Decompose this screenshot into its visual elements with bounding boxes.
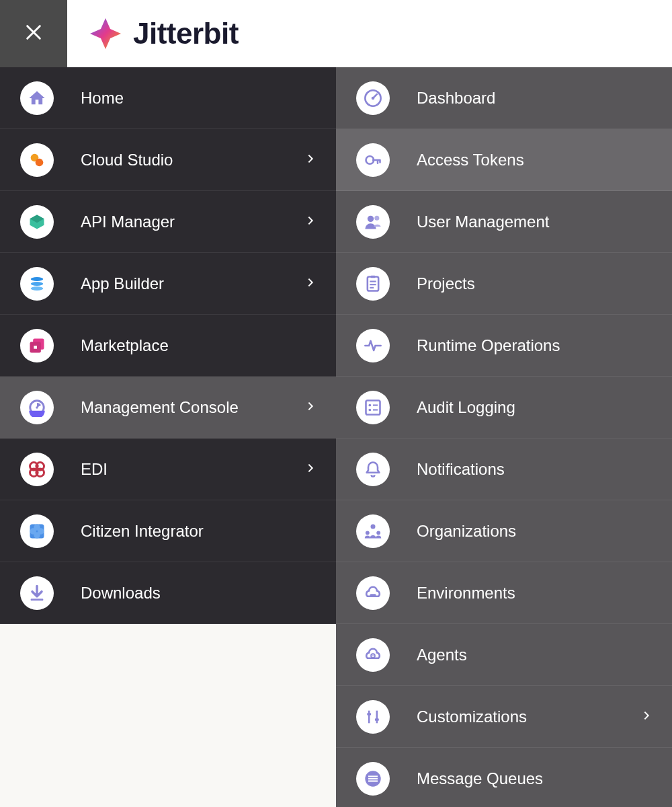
nav-label: Access Tokens [417, 151, 652, 169]
nav-label: Agents [417, 646, 652, 664]
brand-logo: Jitterbit [67, 0, 239, 67]
nav-label: Customizations [417, 707, 614, 726]
svg-rect-29 [366, 400, 380, 414]
svg-rect-37 [370, 594, 376, 597]
subnav-item-projects[interactable]: Projects [336, 253, 672, 315]
svg-point-34 [371, 524, 376, 529]
projects-icon [356, 267, 390, 301]
marketplace-icon [20, 329, 54, 362]
subnav-item-runtime-operations[interactable]: Runtime Operations [336, 315, 672, 377]
subnav-item-user-management[interactable]: User Management [336, 191, 672, 253]
svg-point-20 [372, 96, 375, 100]
brand-logo-icon [89, 17, 122, 50]
chevron-right-icon [305, 401, 316, 414]
message-queues-icon [356, 762, 390, 796]
environments-icon [356, 576, 390, 610]
nav-label: Notifications [417, 460, 652, 479]
nav-label: Projects [417, 274, 652, 293]
notifications-icon [356, 453, 390, 486]
svg-point-36 [376, 531, 380, 535]
primary-nav: Home Cloud Studio API Manager [0, 67, 336, 807]
svg-rect-43 [375, 718, 379, 721]
nav-item-citizen-integrator[interactable]: Citizen Integrator [0, 500, 336, 562]
nav-label: Runtime Operations [417, 336, 652, 355]
home-icon [20, 81, 54, 115]
svg-point-39 [372, 655, 374, 656]
audit-logging-icon [356, 391, 390, 424]
chevron-right-icon [305, 277, 316, 291]
nav-item-app-builder[interactable]: App Builder [0, 253, 336, 315]
nav-label: App Builder [81, 274, 278, 293]
nav-label: Cloud Studio [81, 151, 278, 169]
nav-item-downloads[interactable]: Downloads [0, 562, 336, 624]
nav-item-marketplace[interactable]: Marketplace [0, 315, 336, 377]
subnav-item-audit-logging[interactable]: Audit Logging [336, 377, 672, 438]
chevron-right-icon [641, 710, 652, 724]
nav-label: Audit Logging [417, 398, 652, 417]
secondary-nav: Dashboard Access Tokens User Managem [336, 67, 672, 807]
close-button[interactable] [0, 0, 67, 67]
brand-name: Jitterbit [133, 17, 239, 50]
edi-icon [20, 453, 54, 486]
header: Jitterbit [0, 0, 672, 67]
chevron-right-icon [305, 215, 316, 229]
svg-point-5 [31, 282, 44, 286]
customizations-icon [356, 700, 390, 734]
chevron-right-icon [305, 153, 316, 167]
organizations-icon [356, 514, 390, 548]
nav-item-api-manager[interactable]: API Manager [0, 191, 336, 253]
app-builder-icon [20, 267, 54, 301]
nav-label: User Management [417, 213, 652, 231]
access-tokens-icon [356, 143, 390, 177]
nav-label: Downloads [81, 584, 316, 603]
nav-label: Environments [417, 584, 652, 603]
nav-label: Home [81, 89, 316, 108]
nav-columns: Home Cloud Studio API Manager [0, 67, 672, 807]
api-manager-icon [20, 205, 54, 239]
subnav-item-notifications[interactable]: Notifications [336, 438, 672, 500]
downloads-icon [20, 576, 54, 610]
nav-label: Message Queues [417, 769, 652, 788]
svg-rect-25 [371, 275, 376, 278]
nav-label: Marketplace [81, 336, 316, 355]
subnav-item-agents[interactable]: Agents [336, 624, 672, 686]
svg-point-35 [366, 531, 370, 535]
svg-point-6 [31, 286, 44, 291]
svg-point-12 [36, 406, 38, 409]
svg-rect-42 [367, 713, 371, 716]
nav-item-edi[interactable]: EDI [0, 438, 336, 500]
svg-rect-18 [31, 599, 44, 601]
svg-point-4 [31, 277, 44, 281]
management-console-icon [20, 391, 54, 424]
nav-item-management-console[interactable]: Management Console [0, 377, 336, 438]
nav-label: Citizen Integrator [81, 522, 316, 541]
nav-label: EDI [81, 460, 278, 479]
svg-rect-24 [368, 276, 378, 291]
cloud-studio-icon [20, 143, 54, 177]
runtime-operations-icon [356, 329, 390, 362]
subnav-item-organizations[interactable]: Organizations [336, 500, 672, 562]
subnav-item-environments[interactable]: Environments [336, 562, 672, 624]
user-management-icon [356, 205, 390, 239]
agents-icon [356, 638, 390, 672]
subnav-item-message-queues[interactable]: Message Queues [336, 748, 672, 807]
nav-label: API Manager [81, 213, 278, 231]
subnav-item-customizations[interactable]: Customizations [336, 686, 672, 748]
nav-item-cloud-studio[interactable]: Cloud Studio [0, 129, 336, 191]
citizen-integrator-icon [20, 514, 54, 548]
svg-point-1 [36, 158, 44, 166]
subnav-item-access-tokens[interactable]: Access Tokens [336, 129, 672, 191]
svg-point-30 [368, 404, 371, 406]
nav-item-home[interactable]: Home [0, 67, 336, 129]
svg-point-23 [374, 215, 379, 220]
nav-label: Management Console [81, 398, 278, 417]
dashboard-icon [356, 81, 390, 115]
close-icon [24, 23, 43, 44]
subnav-item-dashboard[interactable]: Dashboard [336, 67, 672, 129]
svg-rect-9 [34, 346, 37, 349]
nav-label: Organizations [417, 522, 652, 541]
svg-point-22 [368, 215, 374, 221]
chevron-right-icon [305, 463, 316, 476]
svg-point-32 [368, 408, 371, 411]
nav-label: Dashboard [417, 89, 652, 108]
